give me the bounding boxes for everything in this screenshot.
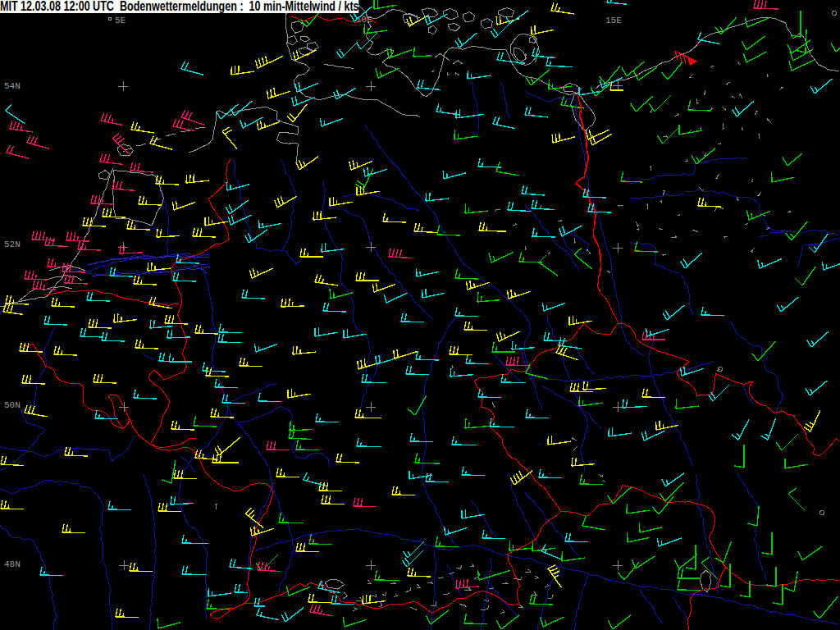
- svg-text:48N: 48N: [4, 559, 21, 569]
- svg-text:5E: 5E: [115, 16, 126, 25]
- svg-text:50N: 50N: [4, 400, 21, 410]
- svg-text:10E: 10E: [356, 15, 372, 25]
- svg-text:54N: 54N: [4, 81, 21, 91]
- svg-text:52N: 52N: [4, 240, 21, 249]
- svg-text:15E: 15E: [605, 16, 622, 25]
